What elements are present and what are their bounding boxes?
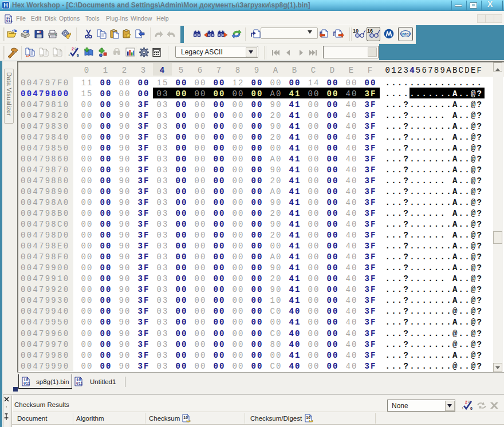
svg-text:1: 1 bbox=[462, 406, 464, 410]
svg-text:1: 1 bbox=[68, 53, 70, 57]
svg-text:011: 011 bbox=[76, 382, 82, 386]
svg-text:6: 6 bbox=[470, 406, 472, 410]
svg-text:H: H bbox=[3, 2, 7, 9]
svg-text:10: 10 bbox=[183, 416, 188, 420]
svg-text:16: 16 bbox=[367, 28, 373, 34]
svg-text:2: 2 bbox=[465, 400, 467, 404]
svg-text:10: 10 bbox=[353, 28, 359, 34]
svg-text:2: 2 bbox=[72, 47, 74, 51]
svg-text:6: 6 bbox=[77, 53, 79, 57]
svg-text:011: 011 bbox=[23, 382, 30, 386]
svg-text:intel: intel bbox=[401, 32, 410, 36]
svg-text:16: 16 bbox=[306, 416, 310, 420]
